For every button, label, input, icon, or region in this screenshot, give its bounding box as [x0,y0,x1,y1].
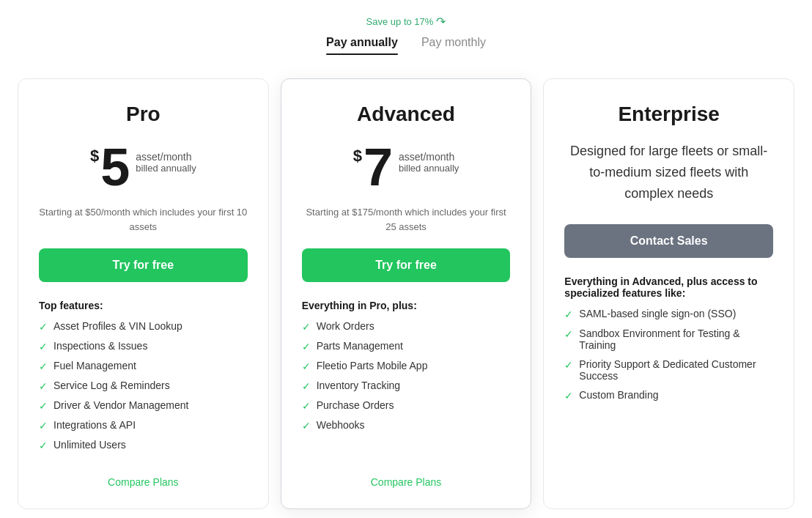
pay-annually-button[interactable]: Pay annually [326,33,398,55]
feature-pro-0: ✓Asset Profiles & VIN Lookup [39,320,248,333]
features-title-advanced: Everything in Pro, plus: [302,300,511,311]
feature-pro-6: ✓Unlimited Users [39,439,248,451]
compare-plans-pro-link[interactable]: Compare Plans [39,476,248,488]
feature-text: Work Orders [317,320,374,332]
check-icon: ✓ [39,321,48,333]
feature-text: Service Log & Reminders [53,380,170,391]
feature-ent-3: ✓Custom Branding [564,389,773,402]
feature-pro-4: ✓Driver & Vendor Management [39,399,248,412]
price-dollar-advanced: $ [353,147,362,166]
feature-text: Integrations & API [53,419,136,431]
features-advanced: Everything in Pro, plus: ✓Work Orders ✓P… [302,300,511,459]
price-unit-advanced: asset/month [399,151,459,163]
try-free-pro-button[interactable]: Try for free [39,248,248,282]
feature-text: Inspections & Issues [53,340,147,352]
compare-plans-advanced-link[interactable]: Compare Plans [302,476,511,488]
toggle-group: Pay annually Pay monthly [326,33,486,55]
features-title-pro: Top features: [39,300,248,311]
feature-text: Unlimited Users [53,439,126,451]
feature-text: Purchase Orders [317,399,394,411]
check-icon: ✓ [39,380,48,392]
feature-ent-0: ✓SAML-based single sign-on (SSO) [564,308,773,320]
feature-adv-3: ✓Inventory Tracking [302,380,511,392]
plan-card-advanced: Advanced $ 7 asset/month billed annually… [281,78,532,509]
feature-adv-0: ✓Work Orders [302,320,511,333]
feature-adv-2: ✓Fleetio Parts Mobile App [302,360,511,372]
price-block-advanced: $ 7 asset/month billed annually [302,141,511,193]
price-details-advanced: asset/month billed annually [399,151,459,174]
feature-text: Parts Management [317,340,403,352]
feature-adv-1: ✓Parts Management [302,340,511,352]
enterprise-description: Designed for large fleets or small-to-me… [564,141,773,204]
starting-note-pro: Starting at $50/month which includes you… [39,205,248,234]
check-icon: ✓ [302,341,311,352]
check-icon: ✓ [39,440,48,451]
feature-pro-1: ✓Inspections & Issues [39,340,248,352]
feature-text: Priority Support & Dedicated Customer Su… [579,358,773,382]
feature-adv-4: ✓Purchase Orders [302,399,511,412]
save-text: Save up to 17% [366,16,434,27]
feature-text: Inventory Tracking [317,380,400,391]
check-icon: ✓ [564,359,573,371]
price-block-pro: $ 5 asset/month billed annually [39,141,248,193]
check-icon: ✓ [564,390,573,402]
price-number-pro: 5 [100,141,130,193]
feature-ent-2: ✓Priority Support & Dedicated Customer S… [564,358,773,382]
check-icon: ✓ [39,341,48,352]
contact-sales-button[interactable]: Contact Sales [564,224,773,258]
check-icon: ✓ [302,380,311,392]
plan-name-enterprise: Enterprise [564,103,773,126]
billing-toggle: Save up to 17% ↷ Pay annually Pay monthl… [326,15,486,55]
check-icon: ✓ [302,420,311,432]
plan-name-pro: Pro [39,103,248,126]
check-icon: ✓ [302,400,311,412]
feature-text: Custom Branding [579,389,658,401]
plan-card-enterprise: Enterprise Designed for large fleets or … [543,78,794,509]
feature-ent-1: ✓Sandbox Environment for Testing & Train… [564,328,773,351]
feature-text: Sandbox Environment for Testing & Traini… [579,328,773,351]
pay-monthly-button[interactable]: Pay monthly [421,33,486,55]
starting-note-advanced: Starting at $175/month which includes yo… [302,205,511,234]
feature-text: SAML-based single sign-on (SSO) [579,308,736,319]
price-details-pro: asset/month billed annually [136,151,196,174]
feature-text: Fleetio Parts Mobile App [317,360,428,371]
plan-card-pro: Pro $ 5 asset/month billed annually Star… [18,78,269,509]
check-icon: ✓ [39,400,48,412]
feature-pro-2: ✓Fuel Management [39,360,248,372]
try-free-advanced-button[interactable]: Try for free [302,248,511,282]
features-title-enterprise: Everything in Advanced, plus access to s… [564,275,773,299]
feature-adv-5: ✓Webhooks [302,419,511,432]
feature-text: Webhooks [317,419,365,431]
price-unit-pro: asset/month [136,151,196,163]
feature-pro-5: ✓Integrations & API [39,419,248,432]
feature-text: Asset Profiles & VIN Lookup [53,320,182,332]
features-enterprise: Everything in Advanced, plus access to s… [564,275,773,488]
feature-text: Fuel Management [53,360,136,371]
plans-container: Pro $ 5 asset/month billed annually Star… [12,78,800,509]
billing-note-pro: billed annually [136,163,196,174]
price-dollar-pro: $ [90,147,99,166]
check-icon: ✓ [39,420,48,432]
feature-pro-3: ✓Service Log & Reminders [39,380,248,392]
check-icon: ✓ [302,360,311,372]
price-number-advanced: 7 [363,141,393,193]
plan-name-advanced: Advanced [302,103,511,126]
check-icon: ✓ [564,328,573,340]
arrow-icon: ↷ [436,15,446,29]
features-pro: Top features: ✓Asset Profiles & VIN Look… [39,300,248,459]
check-icon: ✓ [39,360,48,372]
billing-note-advanced: billed annually [399,163,459,174]
feature-text: Driver & Vendor Management [53,399,188,411]
save-badge: Save up to 17% ↷ [366,15,446,29]
check-icon: ✓ [302,321,311,333]
check-icon: ✓ [564,308,573,320]
